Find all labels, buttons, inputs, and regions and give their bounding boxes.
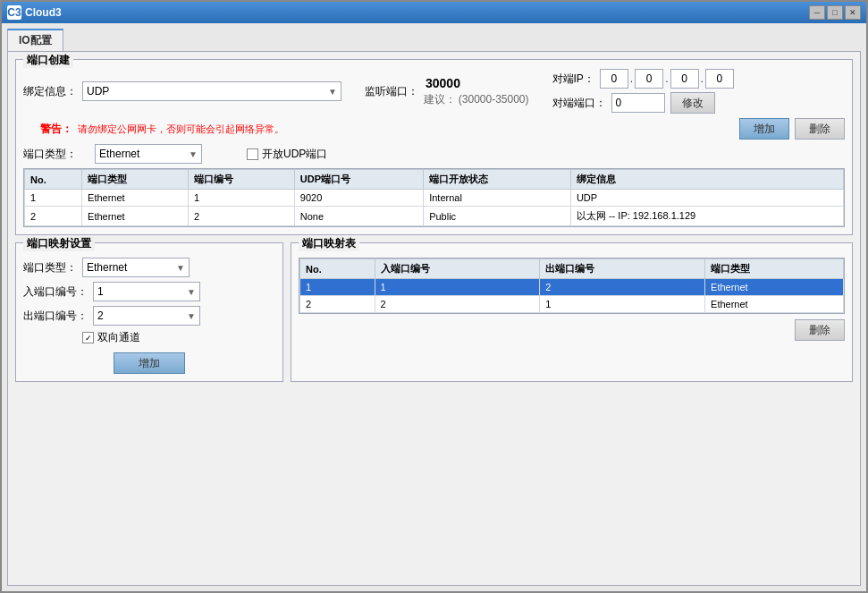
in-port-value: 1 [97, 285, 104, 298]
col-udp: UDP端口号 [294, 170, 423, 190]
mapping-type-value: Ethernet [87, 261, 127, 274]
table-row[interactable]: 2Ethernet2NonePublic以太网 -- IP: 192.168.1… [25, 207, 844, 226]
bind-label: 绑定信息： [23, 84, 77, 99]
main-window: C3 Cloud3 ─ □ ✕ IO配置 端口创建 绑定信息： [0, 0, 868, 593]
bottom-panels: 端口映射设置 端口类型： Ethernet ▼ 入端口编号： [15, 242, 853, 382]
modify-button[interactable]: 修改 [670, 92, 715, 114]
col-bind: 绑定信息 [570, 170, 843, 190]
main-panel: 端口创建 绑定信息： UDP ▼ 监听端口： 30000 建议： (30000-… [7, 51, 861, 586]
bind-dropdown-value: UDP [87, 85, 109, 97]
port-mapping-settings-title: 端口映射设置 [23, 236, 95, 251]
map-col-in: 入端口编号 [375, 259, 540, 279]
col-no: No. [25, 170, 82, 190]
mapping-form: 端口类型： Ethernet ▼ 入端口编号： 1 ▼ [23, 250, 275, 374]
bind-dropdown[interactable]: UDP ▼ [82, 81, 341, 101]
mapping-type-row: 端口类型： Ethernet ▼ [23, 258, 275, 277]
port-table: No. 端口类型 端口编号 UDP端口号 端口开放状态 绑定信息 1Ethern… [23, 168, 845, 227]
maximize-button[interactable]: □ [827, 5, 843, 20]
bidirectional-label: 双向通道 [97, 330, 140, 345]
port-creation-section: 端口创建 绑定信息： UDP ▼ 监听端口： 30000 建议： (30000-… [15, 59, 853, 235]
in-port-row: 入端口编号： 1 ▼ [23, 282, 275, 301]
bidirectional-checkbox[interactable]: ✓ [82, 332, 94, 343]
port-creation-title: 端口创建 [23, 53, 73, 68]
out-port-value: 2 [97, 309, 104, 322]
mapping-table: No. 入端口编号 出端口编号 端口类型 112Ethernet221Ether… [299, 258, 845, 314]
title-bar-left: C3 Cloud3 [7, 5, 62, 20]
warning-text: 请勿绑定公网网卡，否则可能会引起网络异常。 [78, 123, 284, 136]
col-status: 端口开放状态 [424, 170, 571, 190]
udp-checkbox-label[interactable]: 开放UDP端口 [247, 147, 327, 162]
in-port-label: 入端口编号： [23, 284, 88, 300]
window-title: Cloud3 [25, 6, 62, 19]
in-port-dropdown[interactable]: 1 ▼ [93, 282, 200, 301]
peer-ip-label: 对端IP： [552, 72, 594, 87]
map-col-out: 出端口编号 [540, 259, 705, 279]
listen-value: 30000 [426, 76, 529, 90]
mapping-type-label: 端口类型： [23, 260, 77, 275]
mapping-type-dropdown[interactable]: Ethernet ▼ [82, 258, 190, 277]
port-type-value: Ethernet [99, 148, 139, 160]
out-port-label: 出端口编号： [23, 309, 88, 324]
close-button[interactable]: ✕ [845, 5, 861, 20]
warning-row: 警告： 请勿绑定公网网卡，否则可能会引起网络异常。 增加 删除 [23, 118, 845, 140]
udp-checkbox-text: 开放UDP端口 [262, 147, 327, 162]
peer-ip-row: 对端IP： . . . [552, 69, 734, 89]
warning-label: 警告： [23, 122, 72, 137]
port-mapping-settings-section: 端口映射设置 端口类型： Ethernet ▼ 入端口编号： [15, 242, 283, 382]
port-type-arrow-icon: ▼ [189, 149, 198, 159]
tab-io-config[interactable]: IO配置 [7, 29, 63, 51]
out-port-arrow-icon: ▼ [187, 311, 196, 321]
port-type-row: 端口类型： Ethernet ▼ 开放UDP端口 [23, 144, 845, 164]
dropdown-arrow-icon: ▼ [328, 87, 337, 97]
ip-seg-4[interactable] [705, 69, 734, 89]
suggest-text: 建议： (30000-35000) [424, 92, 529, 107]
mapping-table-wrapper: No. 入端口编号 出端口编号 端口类型 112Ethernet221Ether… [299, 250, 845, 341]
mapping-delete-button[interactable]: 删除 [795, 319, 845, 341]
listen-group: 30000 建议： (30000-35000) [424, 76, 529, 107]
content-area: IO配置 端口创建 绑定信息： UDP ▼ 监听端口： [2, 23, 866, 591]
out-port-row: 出端口编号： 2 ▼ [23, 306, 275, 326]
map-col-no: No. [300, 259, 375, 279]
port-mapping-table-title: 端口映射表 [299, 236, 359, 251]
port-type-label: 端口类型： [23, 147, 77, 162]
peer-port-label: 对端端口： [552, 96, 606, 111]
tab-bar: IO配置 [7, 29, 861, 51]
port-mapping-table-section: 端口映射表 No. 入端口编号 出端口编号 端口类型 [291, 242, 853, 382]
title-buttons: ─ □ ✕ [809, 5, 861, 20]
port-type-dropdown[interactable]: Ethernet ▼ [95, 144, 202, 164]
title-bar: C3 Cloud3 ─ □ ✕ [2, 2, 866, 23]
minimize-button[interactable]: ─ [809, 5, 825, 20]
peer-port-row: 对端端口： 修改 [552, 92, 734, 114]
map-col-type: 端口类型 [705, 259, 844, 279]
listen-label: 监听端口： [365, 84, 418, 99]
mapping-add-button[interactable]: 增加 [114, 352, 185, 374]
bind-info-row: 绑定信息： UDP ▼ 监听端口： 30000 建议： (30000-35000… [23, 69, 845, 114]
mapping-type-arrow-icon: ▼ [176, 263, 185, 273]
table-row[interactable]: 221Ethernet [300, 296, 844, 313]
in-port-arrow-icon: ▼ [187, 287, 196, 297]
ip-seg-2[interactable] [635, 69, 663, 89]
add-port-button[interactable]: 增加 [739, 118, 789, 140]
peer-ip-input: . . . [600, 69, 734, 89]
mapping-delete-btn-row: 删除 [299, 319, 845, 341]
ip-seg-3[interactable] [670, 69, 699, 89]
udp-checkbox[interactable] [247, 148, 258, 160]
out-port-dropdown[interactable]: 2 ▼ [93, 306, 200, 326]
col-num: 端口编号 [188, 170, 294, 190]
table-row[interactable]: 112Ethernet [300, 279, 844, 296]
table-row[interactable]: 1Ethernet19020InternalUDP [25, 190, 844, 207]
bidirectional-row: ✓ 双向通道 [23, 330, 275, 345]
col-type: 端口类型 [82, 170, 189, 190]
mapping-add-btn-row: 增加 [23, 352, 275, 374]
peer-port-input[interactable] [611, 93, 665, 113]
app-icon: C3 [7, 5, 21, 20]
delete-port-button[interactable]: 删除 [795, 118, 845, 140]
bidirectional-checkbox-label[interactable]: ✓ 双向通道 [82, 330, 140, 345]
ip-seg-1[interactable] [600, 69, 628, 89]
